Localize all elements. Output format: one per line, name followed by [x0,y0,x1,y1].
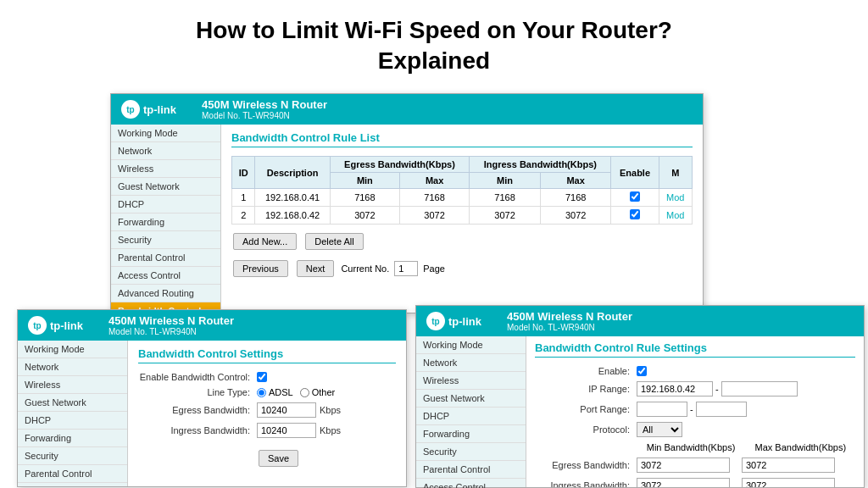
p3-sidebar-forwarding[interactable]: Forwarding [416,425,526,443]
line-type-adsl[interactable] [257,388,266,397]
next-button[interactable]: Next [297,260,335,277]
p2-sidebar-wireless[interactable]: Wireless [18,376,127,394]
th-ingress-min: Min [470,173,541,189]
line-type-other[interactable] [300,388,309,397]
p2-sidebar-forwarding[interactable]: Forwarding [18,430,127,447]
th-egress: Egress Bandwidth(Kbps) [330,157,469,173]
p3-ip-range-input[interactable] [637,381,713,396]
enable-checkbox-2[interactable] [630,209,640,219]
model-name: 450M Wireless N Router [202,98,327,111]
cell-ingress-min: 7168 [470,189,541,207]
cell-ingress-max: 7168 [540,189,611,207]
sidebar-item-parental[interactable]: Parental Control [111,249,220,267]
sidebar-item-access[interactable]: Access Control [111,267,220,285]
panel3-body: Working Mode Network Wireless Guest Netw… [416,336,864,487]
panel1-body: Working Mode Network Wireless Guest Netw… [111,125,703,313]
p3-sidebar-dhcp[interactable]: DHCP [416,408,526,425]
sidebar-item-dhcp[interactable]: DHCP [111,196,220,214]
p3-sidebar-parental[interactable]: Parental Control [416,461,526,479]
egress-bw-input[interactable] [257,402,316,418]
panel1-header: tp tp-link 450M Wireless N Router Model … [111,94,703,125]
egress-bw-row: Egress Bandwidth: Kbps [138,402,396,418]
port-range-dash: - [690,404,693,414]
line-type-label: Line Type: [138,387,257,397]
logo-icon: tp [121,100,140,119]
enable-bw-checkbox[interactable] [257,372,267,382]
panel3-sidebar: Working Mode Network Wireless Guest Netw… [416,336,526,487]
p2-sidebar-guest[interactable]: Guest Network [18,394,127,412]
panel3: tp tp-link 450M Wireless N Router Model … [415,305,865,488]
main-title: How to Limit Wi-Fi Speed on Your Router?… [0,0,868,86]
page-number-input[interactable] [394,261,418,276]
panel2-save-button[interactable]: Save [259,450,298,467]
p2-sidebar-dhcp[interactable]: DHCP [18,412,127,430]
p3-sidebar-wireless[interactable]: Wireless [416,372,526,390]
add-new-button[interactable]: Add New... [233,233,297,250]
delete-all-button[interactable]: Delete All [305,233,363,250]
p3-egress-min-input[interactable] [637,458,730,473]
router-header-info: 450M Wireless N Router Model No. TL-WR94… [202,98,327,120]
enable-checkbox-1[interactable] [630,191,640,202]
p3-sidebar-security[interactable]: Security [416,443,526,461]
p3-ingress-min-input[interactable] [637,478,730,487]
p3-egress-label: Egress Bandwidth: [535,460,637,470]
panel3-section-title: Bandwidth Control Rule Settings [535,341,855,358]
p3-port-range-row: Port Range: - [535,402,855,417]
panel1: tp tp-link 450M Wireless N Router Model … [110,93,704,313]
p3-sidebar-access[interactable]: Access Control [416,479,526,488]
min-bw-header: Min Bandwidth(Kbps) [636,442,745,452]
sidebar-item-wireless[interactable]: Wireless [111,160,220,178]
p3-enable-checkbox[interactable] [637,366,647,376]
panel1-content: Bandwidth Control Rule List ID Descripti… [221,125,703,313]
sidebar-item-forwarding[interactable]: Forwarding [111,214,220,231]
panel2: tp tp-link 450M Wireless N Router Model … [17,309,407,487]
model-no-2: Model No. TL-WR940N [108,327,234,336]
sidebar-item-security[interactable]: Security [111,231,220,249]
cell-id: 1 [232,189,255,207]
p3-protocol-select[interactable]: All TCP UDP ICMP [637,422,682,437]
p2-sidebar-network[interactable]: Network [18,358,127,376]
p3-ip-range-row: IP Range: - [535,381,855,396]
p2-sidebar-parental[interactable]: Parental Control [18,465,127,483]
p2-sidebar-working-mode[interactable]: Working Mode [18,341,127,358]
page-label: Page [423,263,445,274]
cell-modify[interactable]: Mod [659,207,692,225]
panel1-sidebar: Working Mode Network Wireless Guest Netw… [111,125,221,313]
p3-egress-max-input[interactable] [742,458,835,473]
tp-link-logo-2: tp tp-link [28,316,83,335]
p3-sidebar-guest[interactable]: Guest Network [416,390,526,408]
other-label: Other [312,387,336,397]
th-ingress-max: Max [540,173,611,189]
sidebar-item-advanced-routing[interactable]: Advanced Routing [111,285,220,302]
rule-list-table: ID Description Egress Bandwidth(Kbps) In… [231,156,693,225]
p3-ingress-max-input[interactable] [742,478,835,487]
ingress-kbps: Kbps [320,425,341,435]
cell-modify[interactable]: Mod [659,189,692,207]
cell-ingress-min: 3072 [470,207,541,225]
panel2-content: Bandwidth Control Settings Enable Bandwi… [128,341,406,486]
p3-sidebar-working-mode[interactable]: Working Mode [416,336,526,354]
cell-desc: 192.168.0.42 [255,207,330,225]
logo-text-3: tp-link [448,315,481,328]
table-buttons: Add New... Delete All [231,231,693,252]
ingress-bw-input[interactable] [257,423,316,438]
enable-bandwidth-row: Enable Bandwidth Control: [138,372,396,382]
sidebar-item-working-mode[interactable]: Working Mode [111,125,220,142]
sidebar-item-guest[interactable]: Guest Network [111,178,220,196]
p2-sidebar-access[interactable]: Access Control [18,483,127,488]
th-egress-max: Max [399,173,469,189]
cell-enable [611,189,659,207]
logo-icon-3: tp [426,312,445,330]
cell-id: 2 [232,207,255,225]
p3-port-range-start[interactable] [637,402,687,417]
p2-sidebar-security[interactable]: Security [18,447,127,465]
table-row: 1 192.168.0.41 7168 7168 7168 7168 Mod [232,189,693,207]
th-egress-min: Min [330,173,399,189]
sidebar-item-network[interactable]: Network [111,142,220,160]
ip-range-dash: - [715,384,719,394]
p3-sidebar-network[interactable]: Network [416,354,526,372]
p3-ip-range-end-input[interactable] [721,381,798,396]
p3-ingress-label: Ingress Bandwidth: [535,480,637,487]
p3-port-range-end[interactable] [696,402,747,417]
previous-button[interactable]: Previous [233,260,288,277]
